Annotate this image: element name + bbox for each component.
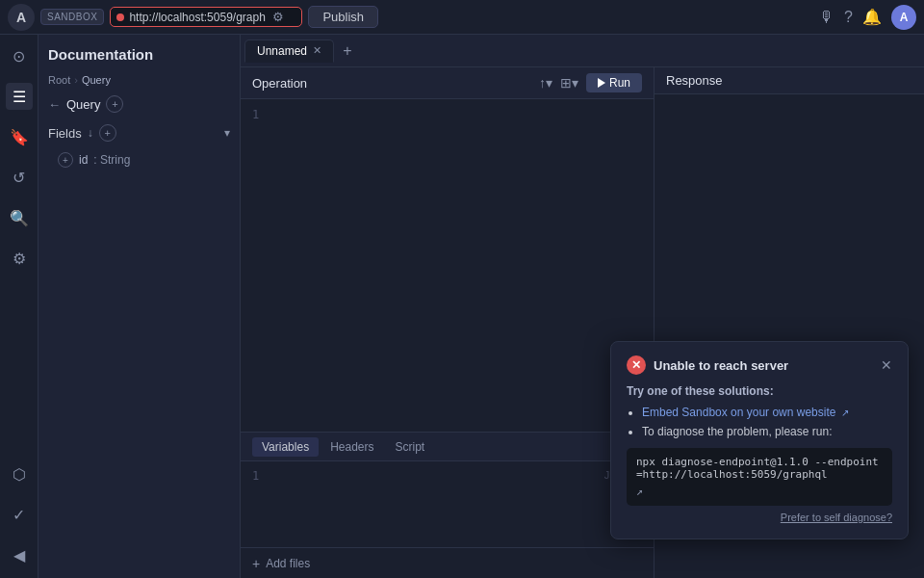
error-header: ✕ Unable to reach server ✕ xyxy=(627,355,892,375)
operation-panel: Operation ↑▾ ⊞▾ Run 1 ⤡ xyxy=(241,67,654,578)
embed-link-icon: ↗ xyxy=(841,407,849,418)
tab-add-button[interactable]: + xyxy=(336,39,359,63)
bottom-tabs: Variables Headers Script ▾ xyxy=(241,433,654,461)
sidebar-collapse-icon[interactable]: ◀ xyxy=(6,541,33,568)
breadcrumb-root[interactable]: Root xyxy=(48,74,70,86)
operation-share-icon[interactable]: ↑▾ xyxy=(539,75,552,91)
error-close-button[interactable]: ✕ xyxy=(881,357,892,373)
url-settings-icon[interactable]: ⚙ xyxy=(272,10,284,24)
field-add-icon[interactable]: + xyxy=(58,152,73,168)
operation-editor[interactable]: 1 ⤡ xyxy=(241,99,654,432)
solutions-list: Embed Sandbox on your own website ↗ To d… xyxy=(627,406,892,438)
bottom-line-number-1: 1 xyxy=(252,469,259,483)
fields-sort-icon[interactable]: ↓ xyxy=(88,126,93,140)
icon-bar-item-home[interactable]: ⊙ xyxy=(6,42,33,69)
response-header: Response xyxy=(654,67,924,94)
bottom-tab-script[interactable]: Script xyxy=(386,437,435,457)
error-code-text: npx diagnose-endpoint@1.1.0 --endpoint=h… xyxy=(636,456,879,481)
run-label: Run xyxy=(609,76,630,90)
avatar[interactable]: A xyxy=(891,5,916,30)
self-diagnose-link[interactable]: Prefer to self diagnose? xyxy=(781,512,892,523)
operation-title: Operation xyxy=(252,76,531,91)
solution-embed: Embed Sandbox on your own website ↗ xyxy=(642,406,892,419)
error-popup: ✕ Unable to reach server ✕ Try one of th… xyxy=(610,341,909,539)
microphone-icon[interactable]: 🎙 xyxy=(819,9,834,26)
add-files-text: Add files xyxy=(266,557,310,570)
error-icon: ✕ xyxy=(627,355,646,375)
content-area: Unnamed ✕ + Operation ↑▾ ⊞▾ Run xyxy=(241,35,924,578)
fields-header: Fields ↓ + ▾ xyxy=(48,124,230,142)
icon-bar: ⊙ ☰ 🔖 ↺ 🔍 ⚙ ⬡ ✓ ◀ xyxy=(0,35,38,578)
bell-icon[interactable]: 🔔 xyxy=(862,8,882,26)
operation-panel-header: Operation ↑▾ ⊞▾ Run xyxy=(241,67,654,99)
icon-bar-item-docs[interactable]: ☰ xyxy=(6,83,33,110)
help-icon[interactable]: ? xyxy=(844,9,853,26)
url-bar[interactable]: http://localhost:5059/graph ⚙ xyxy=(110,7,302,27)
fields-add-button[interactable]: + xyxy=(99,124,116,142)
solutions-title: Try one of these solutions: xyxy=(627,384,892,398)
icon-bar-item-check[interactable]: ✓ xyxy=(6,501,33,528)
error-footer: Prefer to self diagnose? xyxy=(627,512,892,523)
error-code-block: npx diagnose-endpoint@1.1.0 --endpoint=h… xyxy=(627,448,892,506)
query-back-icon[interactable]: ← xyxy=(48,97,61,112)
code-link-icon[interactable]: ↗ xyxy=(636,485,883,498)
sidebar-title: Documentation xyxy=(48,46,230,63)
embed-sandbox-link-text: Embed Sandbox on your own website xyxy=(642,406,835,419)
add-files-bar[interactable]: + Add files xyxy=(241,547,654,578)
operation-view-icon[interactable]: ⊞▾ xyxy=(560,75,578,91)
publish-button[interactable]: Publish xyxy=(308,6,378,28)
icon-bar-item-history[interactable]: ↺ xyxy=(6,164,33,191)
query-add-button[interactable]: + xyxy=(106,95,123,113)
diagnose-text: To diagnose the problem, please run: xyxy=(642,425,832,438)
field-item: + id : String xyxy=(48,149,230,171)
bottom-tab-variables[interactable]: Variables xyxy=(252,437,319,457)
breadcrumb-current: Query xyxy=(82,74,111,86)
line-number-1: 1 xyxy=(252,108,259,121)
bottom-body: 1 JSON xyxy=(241,461,654,547)
fields-label: Fields xyxy=(48,126,82,141)
run-play-icon xyxy=(598,78,605,88)
run-button[interactable]: Run xyxy=(586,73,642,92)
icon-bar-item-bookmark[interactable]: 🔖 xyxy=(6,123,33,150)
fields-chevron-icon[interactable]: ▾ xyxy=(224,126,230,140)
embed-sandbox-link[interactable]: Embed Sandbox on your own website ↗ xyxy=(642,406,849,419)
breadcrumb: Root › Query xyxy=(48,74,230,86)
field-type: : String xyxy=(93,153,130,167)
icon-bar-bottom: ⬡ ✓ ◀ xyxy=(6,460,33,568)
tabs-bar: Unnamed ✕ + xyxy=(241,35,924,67)
response-title: Response xyxy=(666,73,723,88)
breadcrumb-sep: › xyxy=(74,74,78,86)
sandbox-badge: SANDBOX xyxy=(40,9,104,25)
url-text: http://localhost:5059/graph xyxy=(129,11,265,24)
tab-unnamed[interactable]: Unnamed ✕ xyxy=(244,39,334,63)
query-name: Query xyxy=(66,97,100,112)
connection-status-dot xyxy=(116,13,124,21)
tab-close-icon[interactable]: ✕ xyxy=(313,44,321,57)
content-relative: Operation ↑▾ ⊞▾ Run 1 ⤡ xyxy=(241,67,924,578)
error-title: Unable to reach server xyxy=(654,358,873,373)
add-files-icon: + xyxy=(252,556,260,571)
query-header: ← Query + xyxy=(48,95,230,113)
icon-bar-item-search[interactable]: 🔍 xyxy=(6,204,33,231)
bottom-panel: Variables Headers Script ▾ 1 JSON xyxy=(241,432,654,547)
app-logo: A xyxy=(8,4,35,31)
icon-bar-item-settings[interactable]: ⚙ xyxy=(6,245,33,272)
icon-bar-item-schema[interactable]: ⬡ xyxy=(6,460,33,487)
main-layout: ⊙ ☰ 🔖 ↺ 🔍 ⚙ ⬡ ✓ ◀ Documentation Root › Q… xyxy=(0,35,924,578)
sidebar: Documentation Root › Query ← Query + Fie… xyxy=(38,35,241,578)
topbar-right: 🎙 ? 🔔 A xyxy=(819,5,916,30)
solution-diagnose: To diagnose the problem, please run: xyxy=(642,425,892,438)
field-name: id xyxy=(79,153,88,167)
bottom-tab-headers[interactable]: Headers xyxy=(321,437,383,457)
tab-label: Unnamed xyxy=(257,44,307,58)
topbar: A SANDBOX http://localhost:5059/graph ⚙ … xyxy=(0,0,924,35)
